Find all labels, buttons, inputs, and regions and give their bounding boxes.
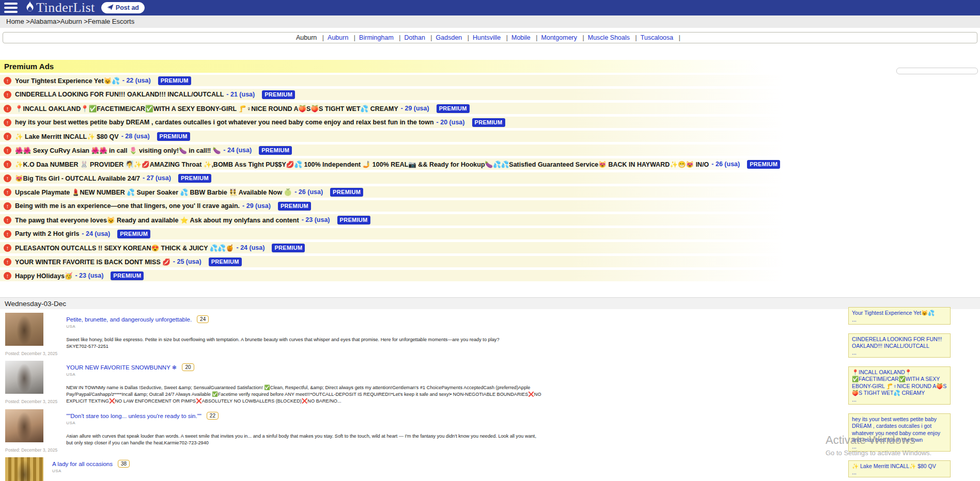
- paper-plane-icon: [107, 4, 114, 12]
- top-right-box[interactable]: [896, 68, 978, 74]
- listing-title-link[interactable]: ""Don't stare too long... unless you're …: [66, 413, 201, 419]
- breadcrumb-text: Home >Alabama>Auburn >Female Escorts: [6, 18, 134, 25]
- up-arrow-icon: ↑: [4, 272, 11, 280]
- age-badge: 20: [182, 363, 194, 371]
- listing-contact: SKYE702-577-2251: [66, 343, 541, 350]
- city-link-birmingham[interactable]: Birmingham: [359, 34, 394, 41]
- ellipsis: ...: [852, 317, 947, 323]
- premium-ad-row[interactable]: ↑✨K.O Daa NUMBER 🐰 PROVIDER 🧖✨💋AMAZING T…: [0, 158, 980, 170]
- up-arrow-icon: ↑: [4, 216, 11, 224]
- up-arrow-icon: ↑: [4, 119, 11, 126]
- listing-description: Asian allure with curves that speak loud…: [66, 433, 541, 446]
- listing-photo[interactable]: [5, 313, 43, 346]
- premium-ad-row[interactable]: ↑hey its your best wettes petite baby DR…: [0, 117, 980, 128]
- age-badge: 22: [207, 412, 219, 420]
- premium-badge: PREMIUM: [747, 160, 780, 169]
- post-ad-button[interactable]: Post ad: [101, 2, 145, 13]
- premium-badge: PREMIUM: [158, 76, 191, 85]
- premium-ad-row[interactable]: ↑Being with me is an experience—one that…: [0, 200, 980, 212]
- premium-badge: PREMIUM: [157, 132, 190, 141]
- ellipsis: ...: [852, 350, 947, 356]
- premium-badge: PREMIUM: [337, 216, 370, 225]
- sidebar-ad-box[interactable]: 📍INCALL OAKLAND📍 ✅FACETIME/CAR✅WITH A SE…: [848, 366, 951, 405]
- city-separator: |: [350, 34, 359, 41]
- listing-title-link[interactable]: Petite, brunette, and dangerously unforg…: [66, 316, 192, 323]
- premium-ad-row[interactable]: ↑PLEASANTON OUTCALLS !! SEXY KOREAN😍 THI…: [0, 242, 980, 253]
- premium-badge: PREMIUM: [437, 104, 470, 113]
- brand-logo[interactable]: TinderList: [25, 0, 95, 15]
- ellipsis: ...: [852, 397, 947, 403]
- menu-icon[interactable]: [4, 3, 18, 13]
- listing-item: Posted: December 3, 2025 Petite, brunett…: [5, 313, 589, 356]
- listing-photo[interactable]: [5, 409, 43, 442]
- age-badge: 24: [197, 315, 209, 323]
- country-label: USA: [66, 421, 541, 425]
- breadcrumb[interactable]: Home >Alabama>Auburn >Female Escorts: [0, 15, 980, 28]
- city-separator: |: [632, 34, 641, 41]
- premium-badge: PREMIUM: [262, 90, 295, 99]
- premium-ad-row[interactable]: ↑YOUR WINTER FAVORITE IS BACK DONT MISS …: [0, 256, 980, 267]
- premium-badge: PREMIUM: [111, 271, 144, 280]
- up-arrow-icon: ↑: [4, 174, 11, 182]
- listing-description: NEW IN TOWNMy name is Dallas !Seductive,…: [66, 384, 541, 405]
- country-label: USA: [66, 324, 541, 329]
- premium-ad-row[interactable]: ↑Your Tightest Experience Yet😺💦- 22 (usa…: [0, 75, 980, 86]
- country-label: USA: [66, 372, 541, 377]
- sidebar-ad-box[interactable]: Your Tightest Experience Yet😺💦 ...: [848, 307, 951, 325]
- ellipsis: ...: [852, 444, 947, 450]
- listing-photo[interactable]: [5, 361, 43, 394]
- listing-item: Posted: December 3, 2025 YOUR NEW FAVORI…: [5, 361, 589, 405]
- ellipsis: ...: [852, 470, 947, 475]
- city-link-gadsden[interactable]: Gadsden: [436, 34, 462, 41]
- listing-item: A lady for all occasions 38 USA: [5, 457, 589, 481]
- premium-ad-row[interactable]: ↑🌺🌺 Sexy CuRvy Asian 🌺🌺 in call 🌷 visiti…: [0, 145, 980, 156]
- brand-name: TinderList: [36, 0, 95, 15]
- premium-ads-heading: Premium Ads: [0, 60, 980, 73]
- sidebar-ad-box[interactable]: CINDERELLA LOOKING FOR FUN!!! OAKLAND!!!…: [848, 333, 951, 358]
- listing-photo[interactable]: [5, 457, 43, 481]
- city-link-mobile[interactable]: Mobile: [511, 34, 531, 41]
- posted-date: Posted: December 3, 2025: [5, 399, 57, 404]
- top-bar: TinderList Post ad: [0, 0, 980, 15]
- up-arrow-icon: ↑: [4, 105, 11, 113]
- premium-badge: PREMIUM: [330, 188, 363, 197]
- up-arrow-icon: ↑: [4, 202, 11, 210]
- premium-badge: PREMIUM: [472, 118, 505, 127]
- up-arrow-icon: ↑: [4, 258, 11, 266]
- premium-ad-row[interactable]: ↑Party with 2 Hot girls- 24 (usa)PREMIUM: [0, 228, 980, 239]
- city-link-auburn[interactable]: Auburn: [328, 34, 348, 41]
- city-separator: |: [579, 34, 588, 41]
- listing-title-link[interactable]: A lady for all occasions: [52, 461, 113, 467]
- premium-badge: PREMIUM: [117, 230, 150, 238]
- city-link-montgomery[interactable]: Montgomery: [541, 34, 577, 41]
- city-link-huntsville[interactable]: Huntsville: [473, 34, 501, 41]
- city-separator: |: [464, 34, 473, 41]
- city-current: Auburn: [296, 34, 317, 41]
- country-label: USA: [52, 469, 527, 473]
- premium-badge: PREMIUM: [259, 146, 292, 155]
- city-separator: |: [427, 34, 435, 41]
- city-separator: |: [319, 34, 328, 41]
- premium-ad-row[interactable]: ↑CINDERELLA LOOKING FOR FUN!!! OAKLAND!!…: [0, 89, 980, 100]
- posted-date: Posted: December 3, 2025: [5, 351, 57, 356]
- listing-title-link[interactable]: YOUR NEW FAVORITE SNOWBUNNY ❄: [66, 364, 177, 371]
- city-link-tuscaloosa[interactable]: Tuscaloosa: [641, 34, 673, 41]
- up-arrow-icon: ↑: [4, 161, 11, 168]
- up-arrow-icon: ↑: [4, 244, 11, 252]
- city-link-dothan[interactable]: Dothan: [405, 34, 425, 41]
- city-link-muscle-shoals[interactable]: Muscle Shoals: [588, 34, 630, 41]
- premium-ad-row[interactable]: ↑😻Big Tits Girl - OUTCALL Available 24/7…: [0, 172, 980, 184]
- up-arrow-icon: ↑: [4, 91, 11, 99]
- premium-ad-row[interactable]: ↑The pawg that everyone loves😼 Ready and…: [0, 214, 980, 226]
- sidebar-ad-box[interactable]: hey its your best wettes petite baby DRE…: [848, 413, 951, 452]
- city-nav: Auburn |Auburn |Birmingham |Dothan |Gads…: [3, 32, 977, 43]
- sidebar-ad-box[interactable]: ✨ Lake Merritt INCALL✨ $80 QV ...: [848, 460, 951, 478]
- premium-ad-row[interactable]: ↑📍INCALL OAKLAND📍✅FACETIME/CAR✅WITH A SE…: [0, 103, 980, 114]
- listing-item: Posted: December 3, 2025 ""Don't stare t…: [5, 409, 589, 453]
- page: TinderList Post ad Home >Alabama>Auburn …: [0, 0, 980, 481]
- premium-badge: PREMIUM: [272, 244, 305, 252]
- premium-ad-row[interactable]: ↑Upscale Playmate 💄NEW NUMBER 💦 Super So…: [0, 186, 980, 198]
- premium-badge: PREMIUM: [178, 174, 211, 183]
- premium-ad-row[interactable]: ↑✨ Lake Merritt INCALL✨ $80 QV- 28 (usa)…: [0, 131, 980, 142]
- premium-ad-row[interactable]: ↑Happy HOlidays🥳- 23 (usa)PREMIUM: [0, 270, 980, 281]
